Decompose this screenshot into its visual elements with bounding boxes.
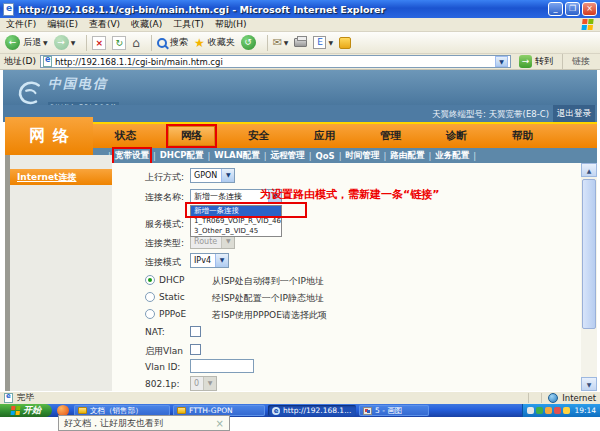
radio-icon[interactable] — [145, 309, 155, 319]
search-button[interactable]: 搜索 — [157, 36, 188, 49]
dhcp-desc: 从ISP处自动得到一个IP地址 — [212, 275, 324, 288]
dropdown-option-other[interactable]: 3_Other_B_VID_45 — [191, 226, 281, 236]
scrollbar-thumb[interactable] — [582, 179, 596, 329]
folder-icon — [78, 407, 87, 414]
menu-edit[interactable]: 编辑(E) — [47, 18, 78, 31]
sidebar-item-internet-connection[interactable]: Internet连接 — [10, 169, 112, 185]
tray-icon[interactable] — [554, 407, 561, 414]
tab-security[interactable]: 安全 — [248, 126, 269, 146]
nat-label: NAT: — [145, 327, 165, 337]
menu-favorites[interactable]: 收藏(A) — [131, 18, 162, 31]
favorites-button[interactable]: ★ 收藏夹 — [194, 36, 235, 50]
nat-checkbox[interactable] — [190, 326, 201, 337]
uplink-select[interactable]: GPON▼ — [190, 168, 235, 183]
tab-application[interactable]: 应用 — [314, 126, 335, 146]
subnav-route[interactable]: 路由配置 — [390, 150, 424, 162]
tab-help[interactable]: 帮助 — [512, 126, 533, 146]
back-button[interactable]: ← 后退 ▼ — [5, 35, 48, 50]
search-icon — [157, 38, 167, 48]
address-label: 地址(D) — [4, 55, 36, 68]
tray-icon[interactable] — [527, 407, 534, 414]
print-button[interactable] — [294, 38, 307, 47]
forward-button[interactable]: → ▼ — [54, 35, 76, 50]
main-tab-bar: 状态 网络 安全 应用 管理 诊断 帮助 — [92, 124, 597, 148]
tray-icon[interactable] — [545, 407, 552, 414]
radio-icon[interactable] — [145, 275, 155, 285]
tray-icon[interactable] — [563, 407, 570, 414]
url-page-icon — [43, 56, 52, 67]
close-button[interactable]: × — [582, 2, 597, 16]
subnav-service[interactable]: 业务配置 — [435, 150, 469, 162]
refresh-button[interactable]: ↻ — [112, 36, 126, 50]
connection-mode-select[interactable]: IPv4▼ — [190, 253, 229, 268]
subnav-qos[interactable]: QoS — [316, 151, 335, 161]
menu-tools[interactable]: 工具(T) — [173, 18, 204, 31]
forward-dropdown-icon[interactable]: ▼ — [71, 39, 76, 46]
menu-file[interactable]: 文件(F) — [6, 18, 36, 31]
subnav-dhcp[interactable]: DHCP配置 — [160, 150, 204, 162]
pppoe-radio[interactable]: PPPoE — [145, 309, 186, 319]
start-button[interactable]: 开始 — [0, 404, 52, 417]
back-dropdown-icon[interactable]: ▼ — [43, 39, 48, 46]
popup-close-icon[interactable]: × — [216, 418, 224, 429]
status-text: 完毕 — [17, 392, 34, 404]
ie-icon: e — [272, 407, 280, 415]
clock: 19:14 — [574, 406, 596, 415]
vlan-enable-checkbox[interactable] — [190, 344, 201, 355]
logout-button[interactable]: 退出登录 — [553, 105, 595, 122]
subnav-time[interactable]: 时间管理 — [346, 150, 380, 162]
restore-button[interactable]: ❐ — [565, 2, 580, 16]
dropdown-option-new-connection[interactable]: 新增一条连接 — [191, 206, 281, 216]
dot1p-label: 802.1p: — [145, 379, 180, 389]
subnav-broadband-settings[interactable]: 宽带设置 — [115, 150, 149, 162]
messenger-button[interactable] — [339, 37, 351, 49]
mail-button[interactable]: ✉▼ — [273, 36, 289, 49]
content-scrollbar[interactable]: ▲ ▼ — [581, 163, 597, 391]
scroll-up-icon[interactable]: ▲ — [581, 163, 597, 177]
tab-network[interactable]: 网络 — [168, 126, 215, 146]
stop-icon: × — [92, 36, 106, 50]
paint-icon — [363, 407, 372, 415]
tray-icon[interactable] — [536, 407, 543, 414]
address-input[interactable]: http://192.168.1.1/cgi-bin/main.htm.cgi … — [40, 55, 511, 68]
stop-button[interactable]: × — [92, 36, 106, 50]
minimize-button[interactable]: _ — [548, 2, 563, 16]
dropdown-option-tr069[interactable]: 1_TR069_VOIP_R_VID_46 — [191, 216, 281, 226]
scroll-down-icon[interactable]: ▼ — [581, 377, 597, 391]
taskbar-item-ie[interactable]: ehttp://192.168.1... — [268, 405, 356, 416]
sub-nav-bar: | 宽带设置 | DHCP配置 | WLAN配置 | 远程管理 | QoS | … — [92, 148, 597, 163]
home-button[interactable]: ⌂ — [132, 36, 140, 50]
radio-icon[interactable] — [145, 292, 155, 302]
menu-view[interactable]: 查看(V) — [89, 18, 120, 31]
pppoe-desc: 若ISP使用PPPOE请选择此项 — [212, 309, 327, 322]
dhcp-radio[interactable]: DHCP — [145, 275, 184, 285]
history-icon: ↺ — [241, 35, 256, 50]
go-button[interactable]: → 转到 — [519, 55, 553, 68]
subnav-wlan[interactable]: WLAN配置 — [214, 150, 259, 162]
tab-diagnostics[interactable]: 诊断 — [446, 126, 467, 146]
vlan-id-label: Vlan ID: — [145, 362, 180, 372]
china-telecom-logo-icon — [17, 80, 43, 106]
vlan-id-input[interactable] — [190, 359, 254, 373]
system-tray: 19:14 — [522, 404, 600, 417]
static-radio[interactable]: Static — [145, 292, 185, 302]
subnav-remote[interactable]: 远程管理 — [271, 150, 305, 162]
section-title: 网络 — [5, 117, 93, 155]
connection-name-label: 连接名称: — [145, 191, 184, 204]
address-dropdown-icon[interactable]: ▼ — [495, 56, 508, 67]
promo-popup: 好文档，让好朋友也看到 × — [58, 415, 230, 431]
favorites-star-icon: ★ — [194, 36, 205, 50]
history-button[interactable]: ↺ — [241, 35, 256, 50]
menu-bar: 文件(F) 编辑(E) 查看(V) 收藏(A) 工具(T) 帮助(H) — [0, 18, 600, 32]
tab-management[interactable]: 管理 — [380, 126, 401, 146]
taskbar-item-paint[interactable]: 5 - 画图 — [359, 405, 429, 416]
menu-help[interactable]: 帮助(H) — [215, 18, 247, 31]
title-bar: http://192.168.1.1/cgi-bin/main.htm.cgi … — [0, 0, 600, 18]
page-header-band: 中国电信 CHINA TELECOM — [3, 70, 597, 105]
links-label[interactable]: 链接 — [572, 55, 590, 68]
edit-icon: E — [313, 36, 326, 49]
tab-status[interactable]: 状态 — [115, 126, 136, 146]
edit-button[interactable]: E▼ — [313, 36, 333, 49]
address-url: http://192.168.1.1/cgi-bin/main.htm.cgi — [55, 57, 223, 67]
dropdown-icon: ▼ — [203, 377, 216, 390]
